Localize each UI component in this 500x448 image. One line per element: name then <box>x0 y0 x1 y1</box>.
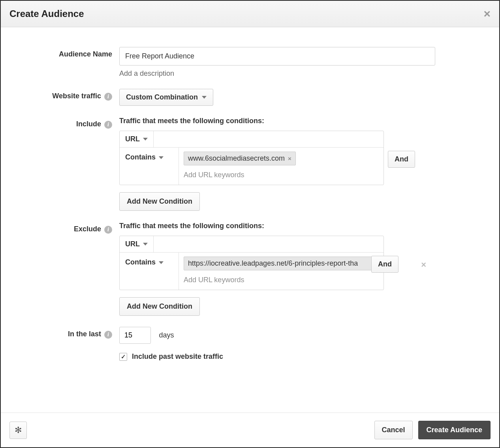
exclude-contains-select-value: Contains <box>125 258 156 266</box>
exclude-description: Traffic that meets the following conditi… <box>119 222 483 230</box>
create-audience-modal: Create Audience × Audience Name Add a de… <box>0 0 500 448</box>
exclude-value-cell[interactable]: https://iocreative.leadpages.net/6-princ… <box>179 253 383 290</box>
chevron-down-icon <box>159 156 164 159</box>
include-url-chip-text: www.6socialmediasecrets.com <box>188 154 285 163</box>
label-text-website-traffic: Website traffic <box>52 92 101 100</box>
include-contains-select[interactable]: Contains <box>120 148 179 185</box>
row-include: Include i Traffic that meets the followi… <box>17 117 483 211</box>
modal-header: Create Audience × <box>1 1 499 27</box>
include-condition-box: URL Contains www.6socialmediasecrets.com <box>119 131 384 185</box>
chevron-down-icon <box>202 96 207 99</box>
add-description-link[interactable]: Add a description <box>119 69 174 78</box>
website-traffic-select[interactable]: Custom Combination <box>119 89 213 106</box>
label-text-include: Include <box>76 120 101 128</box>
row-audience-name: Audience Name Add a description <box>17 47 483 78</box>
include-url-select[interactable]: URL <box>120 131 154 147</box>
exclude-add-new-condition-button[interactable]: Add New Condition <box>119 297 200 316</box>
include-add-new-condition-button[interactable]: Add New Condition <box>119 192 200 211</box>
label-website-traffic: Website traffic i <box>17 89 119 106</box>
include-value-cell[interactable]: www.6socialmediasecrets.com × Add URL ke… <box>179 148 383 185</box>
include-url-chip: www.6socialmediasecrets.com × <box>184 152 296 165</box>
exclude-url-chip-text: https://iocreative.leadpages.net/6-princ… <box>188 259 358 268</box>
gear-icon[interactable]: ✻ <box>9 422 27 439</box>
days-input[interactable] <box>119 327 151 344</box>
audience-name-input[interactable] <box>119 47 435 66</box>
chevron-down-icon <box>159 261 164 264</box>
exclude-url-chip: https://iocreative.leadpages.net/6-princ… <box>184 257 379 270</box>
info-icon[interactable]: i <box>104 93 112 101</box>
include-contains-select-value: Contains <box>125 153 156 161</box>
remove-chip-icon[interactable]: × <box>288 155 291 162</box>
label-text-exclude: Exclude <box>74 225 101 233</box>
label-text-in-the-last: In the last <box>68 330 101 338</box>
exclude-condition-box: URL Contains https://iocreative.leadpage… <box>119 236 384 290</box>
include-and-button[interactable]: And <box>388 151 415 168</box>
chevron-down-icon <box>143 243 148 246</box>
include-past-traffic-label: Include past website traffic <box>132 352 223 361</box>
exclude-contains-select[interactable]: Contains <box>120 253 179 290</box>
create-audience-button[interactable]: Create Audience <box>418 421 491 439</box>
chevron-down-icon <box>143 138 148 141</box>
include-past-traffic-row: ✓ Include past website traffic <box>119 352 483 361</box>
include-past-traffic-checkbox[interactable]: ✓ <box>119 353 127 361</box>
info-icon[interactable]: i <box>104 331 112 339</box>
exclude-url-select-value: URL <box>125 240 140 248</box>
modal-title: Create Audience <box>9 8 84 19</box>
row-exclude: Exclude i Traffic that meets the followi… <box>17 222 483 316</box>
label-include: Include i <box>17 117 119 211</box>
days-unit-label: days <box>159 331 174 339</box>
row-in-the-last: In the last i days ✓ Include past websit… <box>17 327 483 361</box>
label-exclude: Exclude i <box>17 222 119 316</box>
cancel-button[interactable]: Cancel <box>374 421 413 439</box>
exclude-url-select[interactable]: URL <box>120 236 154 252</box>
exclude-and-button[interactable]: And <box>371 256 398 273</box>
website-traffic-select-value: Custom Combination <box>126 93 198 101</box>
include-url-select-value: URL <box>125 135 140 143</box>
modal-footer: ✻ Cancel Create Audience <box>1 412 499 447</box>
info-icon[interactable]: i <box>104 226 112 234</box>
info-icon[interactable]: i <box>104 121 112 129</box>
close-icon[interactable]: × <box>483 8 491 20</box>
label-audience-name: Audience Name <box>17 47 119 78</box>
row-website-traffic: Website traffic i Custom Combination <box>17 89 483 106</box>
label-text-audience-name: Audience Name <box>59 50 112 58</box>
remove-exclude-icon[interactable]: × <box>421 260 426 270</box>
exclude-url-placeholder[interactable]: Add URL keywords <box>184 276 379 284</box>
include-url-placeholder[interactable]: Add URL keywords <box>184 171 379 179</box>
label-in-the-last: In the last i <box>17 327 119 361</box>
include-description: Traffic that meets the following conditi… <box>119 117 483 125</box>
modal-body: Audience Name Add a description Website … <box>1 27 499 412</box>
